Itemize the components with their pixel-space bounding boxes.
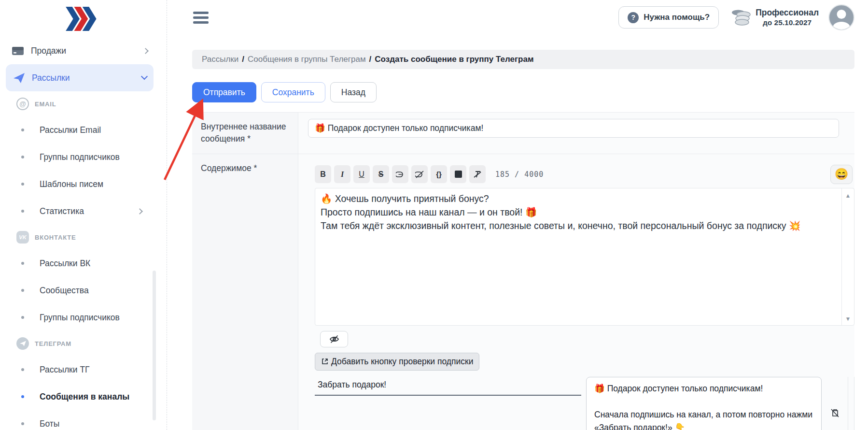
- sidebar-item-label: Группы подписчиков: [40, 313, 120, 323]
- content-label: Содержимое *: [192, 154, 298, 430]
- sidebar-item-label: Рассылки: [32, 73, 70, 83]
- tariff-plan: Профессионал до 25.10.2027: [731, 8, 819, 27]
- action-buttons: Отправить Сохранить Назад: [192, 82, 854, 102]
- delete-button-row[interactable]: [826, 377, 843, 430]
- help-button-label: Нужна помощь?: [644, 13, 710, 22]
- clear-format-button[interactable]: [469, 165, 486, 183]
- breadcrumb-separator: /: [369, 55, 372, 64]
- bullet-icon: [21, 210, 24, 213]
- sidebar-item-email-mailings[interactable]: Рассылки Email: [0, 116, 159, 143]
- back-button[interactable]: Назад: [330, 82, 377, 102]
- breadcrumb-item[interactable]: Сообщения в группы Телеграм: [248, 55, 366, 64]
- eye-off-icon: [329, 335, 339, 344]
- internal-name-label: Внутреннее название сообщения *: [192, 113, 298, 154]
- message-form: Внутреннее название сообщения * Содержим…: [192, 112, 854, 430]
- sidebar-item-label: Рассылки ВК: [40, 258, 90, 269]
- help-button[interactable]: Нужна помощь?: [618, 6, 719, 29]
- hamburger-menu-icon[interactable]: [193, 12, 209, 24]
- italic-button[interactable]: I: [334, 165, 350, 183]
- send-button[interactable]: Отправить: [192, 82, 256, 102]
- insert-button-icon: [321, 358, 329, 365]
- breadcrumb-item[interactable]: Рассылки: [202, 55, 238, 64]
- editor-toolbar: B I U S {} 185 / 4000 😄: [315, 165, 854, 184]
- row-scrollbar[interactable]: [848, 377, 854, 430]
- coins-icon: [731, 8, 752, 27]
- message-editor[interactable]: 🔥 Хочешь получить приятный бонус? Просто…: [315, 188, 854, 326]
- sidebar-item-mailings[interactable]: Рассылки: [6, 64, 154, 91]
- breadcrumb-current: Создать сообщение в группу Телеграм: [375, 55, 533, 64]
- message-text[interactable]: 🔥 Хочешь получить приятный бонус? Просто…: [321, 192, 834, 233]
- bullet-icon: [21, 368, 24, 371]
- sidebar-section-email: EMAIL: [0, 91, 159, 116]
- chevron-right-icon: [137, 208, 143, 215]
- app-logo: [0, 0, 159, 38]
- add-link-button[interactable]: [392, 165, 408, 183]
- sidebar-section-label: ТЕЛЕГРАМ: [35, 340, 71, 347]
- sidebar-item-subscriber-groups-vk[interactable]: Группы подписчиков: [0, 304, 159, 331]
- chevrons-logo-icon: [62, 7, 97, 31]
- add-subscription-check-button[interactable]: Добавить кнопку проверки подписки: [315, 353, 479, 371]
- bullet-icon: [21, 262, 24, 265]
- sidebar-item-label: Боты: [40, 419, 59, 429]
- sidebar-item-label: Шаблоны писем: [40, 179, 103, 189]
- main-content: Нужна помощь? Профессионал до 25.10.2027: [167, 0, 868, 430]
- telegram-icon: [16, 337, 29, 350]
- sidebar-item-letter-templates[interactable]: Шаблоны писем: [0, 171, 159, 198]
- sidebar-item-label: Рассылки Email: [40, 125, 101, 135]
- bullet-icon: [21, 156, 24, 158]
- sidebar-item-label: Группы подписчиков: [40, 152, 120, 162]
- sidebar-item-statistics[interactable]: Статистика: [0, 198, 159, 225]
- spoiler-button[interactable]: [450, 165, 466, 183]
- clear-format-icon: [473, 171, 482, 178]
- chevron-down-icon: [141, 73, 148, 80]
- sidebar-section-telegram: ТЕЛЕГРАМ: [0, 331, 159, 356]
- button-text-input[interactable]: [315, 377, 581, 396]
- sidebar-item-communities[interactable]: Сообщества: [0, 277, 159, 304]
- topbar: Нужна помощь? Профессионал до 25.10.2027: [192, 0, 854, 35]
- sidebar-item-bots[interactable]: Боты: [0, 410, 159, 430]
- question-mark-icon: [628, 12, 639, 23]
- sidebar-item-vk-mailings[interactable]: Рассылки ВК: [0, 250, 159, 277]
- strikethrough-button[interactable]: S: [373, 165, 389, 183]
- sidebar: Продажи Рассылки EMAIL Рассылки Email Гр…: [0, 0, 159, 430]
- bullet-icon: [21, 316, 24, 319]
- avatar-person-icon: [837, 10, 846, 19]
- breadcrumb-separator: /: [242, 55, 244, 64]
- button-message-box[interactable]: 🎁 Подарок доступен только подписчикам! С…: [586, 377, 822, 430]
- sidebar-item-subscriber-groups-email[interactable]: Группы подписчиков: [0, 143, 159, 171]
- scroll-up-icon[interactable]: [845, 191, 851, 200]
- sidebar-item-sales[interactable]: Продажи: [0, 38, 159, 64]
- sidebar-section-label: ВКОНТАКТЕ: [35, 234, 76, 241]
- email-at-icon: [16, 98, 29, 110]
- bold-button[interactable]: B: [315, 165, 331, 183]
- link-icon: [396, 172, 405, 177]
- scroll-down-icon[interactable]: [845, 314, 851, 323]
- internal-name-input[interactable]: [308, 119, 839, 138]
- sidebar-item-label: Продажи: [31, 46, 66, 56]
- add-subscription-check-label: Добавить кнопку проверки подписки: [331, 357, 473, 367]
- sidebar-item-label: Рассылки ТГ: [40, 365, 90, 375]
- bullet-icon: [21, 183, 24, 186]
- code-button[interactable]: {}: [431, 165, 447, 183]
- sidebar-item-label: Сообщества: [40, 286, 89, 296]
- vk-icon: [16, 231, 29, 244]
- emoji-picker-button[interactable]: 😄: [830, 165, 853, 184]
- subscription-button-row: 🎁 Подарок доступен только подписчикам! С…: [315, 377, 854, 430]
- save-button[interactable]: Сохранить: [261, 82, 325, 102]
- sidebar-item-channel-messages[interactable]: Сообщения в каналы: [0, 383, 159, 410]
- spoiler-icon: [455, 171, 462, 178]
- hide-preview-button[interactable]: [320, 331, 348, 347]
- remove-link-button[interactable]: [411, 165, 428, 183]
- delete-icon: [830, 408, 840, 418]
- plan-name: Профессионал: [756, 8, 819, 18]
- editor-scrollbar[interactable]: [841, 188, 854, 325]
- underline-button[interactable]: U: [353, 165, 370, 183]
- bullet-icon: [21, 289, 24, 292]
- bullet-icon: [21, 422, 24, 425]
- plan-expiry: до 25.10.2027: [756, 18, 819, 27]
- sidebar-item-label: Статистика: [40, 206, 84, 216]
- unlink-icon: [415, 171, 424, 178]
- avatar[interactable]: [828, 4, 854, 30]
- sidebar-item-tg-mailings[interactable]: Рассылки ТГ: [0, 356, 159, 383]
- sidebar-scrollbar[interactable]: [153, 271, 156, 420]
